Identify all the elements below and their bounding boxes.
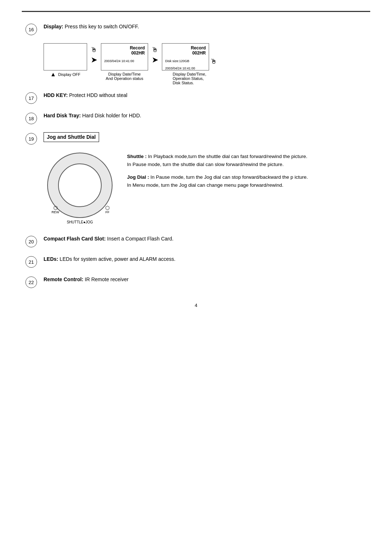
item-20-rest: Insert a Compact Flash Card. [106, 236, 173, 242]
jog-section: ⬡ REW ⬡ FF SHUTTLE●JOG Shuttle : In Play… [44, 153, 367, 224]
record-box1-wrap: Record 002HR 2003/04/24 10:41:00 Display… [101, 43, 148, 81]
record-sub1: 002HR [104, 50, 145, 56]
record-sub2: 002HR [165, 50, 206, 56]
item-19-text: Jog and Shuttle Dial [44, 132, 367, 142]
item-num-21: 21 [25, 256, 37, 268]
item-22-text: Remote Control: IR Remote receiver [44, 276, 367, 283]
item-num-17: 17 [25, 92, 37, 104]
item-16-rest: Press this key to switch ON/OFF. [63, 24, 139, 29]
item-20-bold: Compact Flash Card Slot: [44, 236, 106, 242]
display-off-box [44, 43, 87, 70]
item-22-bold: Remote Control: [44, 276, 83, 282]
record-disk: Disk size:120GB [165, 59, 206, 63]
item-19: 19 Jog and Shuttle Dial [25, 132, 367, 145]
item-16: 16 Display: Press this key to switch ON/… [25, 23, 367, 35]
jog-term: Jog Dial : [127, 174, 149, 180]
jog-text-content: In Pause mode, turn the Jog dial can sto… [127, 174, 308, 188]
item-18-rest: Hard Disk holder for HDD. [81, 113, 142, 118]
item-num-20: 20 [25, 236, 37, 247]
display-off-wrap: ▲ Display OFF [44, 43, 87, 78]
item-21-text: LEDs: LEDs for system active, power and … [44, 255, 367, 263]
item-num-16: 16 [25, 24, 37, 35]
record-box1: Record 002HR 2003/04/24 10:41:00 [101, 43, 148, 70]
item-18: 18 Hard Disk Tray: Hard Disk holder for … [25, 112, 367, 124]
item-18-text: Hard Disk Tray: Hard Disk holder for HDD… [44, 112, 367, 120]
main-content: 16 Display: Press this key to switch ON/… [25, 12, 367, 319]
item-17: 17 HDD KEY: Protect HDD without steal [25, 92, 367, 104]
arrow1-group: 🖱 ➤ [91, 46, 97, 65]
record-title1: Record [104, 45, 145, 50]
item-num-18: 18 [25, 113, 37, 124]
item-22-rest: IR Remote receiver [83, 276, 128, 282]
record-box2: Record 002HR Disk size:120GB 2003/04/24 … [162, 43, 209, 70]
item-16-text: Display: Press this key to switch ON/OFF… [44, 23, 367, 31]
record-cap2: Display Date/Time, Operation Status, Dis… [173, 72, 207, 85]
jog-dial-image: ⬡ REW ⬡ FF [47, 153, 113, 218]
record-box2-wrap: Record 002HR Disk size:120GB 2003/04/24 … [162, 43, 217, 85]
item-22: 22 Remote Control: IR Remote receiver [25, 276, 367, 288]
item-num-19: 19 [25, 133, 37, 145]
item-20-text: Compact Flash Card Slot: Insert a Compac… [44, 235, 367, 243]
ff-label: ⬡ FF [105, 205, 110, 214]
inner-circle [58, 163, 102, 207]
arrow2-group: 🖱 ➤ [152, 46, 158, 65]
record-date2: 2003/04/24 10:41:00 [165, 66, 206, 70]
rew-label: ⬡ REW [52, 205, 59, 214]
item-17-rest: Protect HDD without steal [68, 92, 127, 98]
display-off-label: ▲ Display OFF [50, 71, 81, 78]
shuttle-desc: Shuttle : In Playback mode,turn the shut… [127, 153, 367, 168]
item-21: 21 LEDs: LEDs for system active, power a… [25, 255, 367, 268]
item-21-rest: LEDs for system active, power and ALARM … [58, 256, 175, 262]
display-diagram: ▲ Display OFF 🖱 ➤ Record 002HR 2003/04/2… [44, 43, 367, 85]
dial-bottom-label: SHUTTLE●JOG [44, 220, 116, 224]
item-21-bold: LEDs: [44, 256, 58, 262]
item-18-bold: Hard Disk Tray: [44, 113, 81, 118]
item-20: 20 Compact Flash Card Slot: Insert a Com… [25, 235, 367, 247]
item-num-22: 22 [25, 276, 37, 288]
record-cap1: Display Date/Time And Operation status [106, 72, 143, 81]
record-title2: Record [165, 45, 206, 50]
record-date1: 2003/04/24 10:41:00 [104, 59, 145, 63]
jog-dial-wrap: ⬡ REW ⬡ FF SHUTTLE●JOG [44, 153, 116, 224]
display-off-text: Display OFF [58, 72, 80, 77]
item-16-bold: Display: [44, 24, 63, 29]
item-17-text: HDD KEY: Protect HDD without steal [44, 92, 367, 99]
jog-shuttle-label: Jog and Shuttle Dial [44, 132, 99, 142]
shuttle-term: Shuttle : [127, 154, 147, 159]
item-17-bold: HDD KEY: [44, 92, 68, 98]
jog-description: Shuttle : In Playback mode,turn the shut… [127, 153, 367, 194]
shuttle-text: In Playback mode,turn the shuttle dial c… [127, 154, 307, 167]
page-number: 4 [25, 303, 367, 319]
jog-desc: Jog Dial : In Pause mode, turn the Jog d… [127, 173, 367, 189]
